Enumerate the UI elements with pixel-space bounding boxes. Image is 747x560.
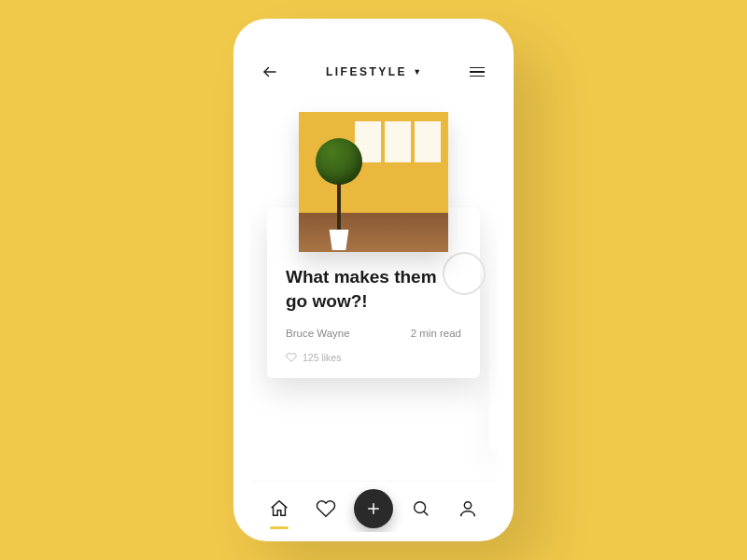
- nav-search[interactable]: [402, 490, 440, 527]
- header: LIFESTYLE ▼: [250, 56, 497, 95]
- back-button[interactable]: [260, 62, 280, 82]
- nav-add-button[interactable]: [354, 489, 393, 528]
- bottom-nav: [250, 481, 497, 532]
- likes-count: 125 likes: [303, 352, 341, 363]
- touch-indicator: [443, 252, 486, 295]
- nav-favorites[interactable]: [307, 490, 345, 527]
- search-icon: [411, 498, 431, 519]
- likes-row[interactable]: 125 likes: [286, 352, 461, 363]
- plus-icon: [365, 500, 382, 517]
- heart-icon: [286, 352, 297, 363]
- profile-icon: [458, 498, 478, 519]
- svg-point-5: [464, 502, 471, 509]
- nav-profile[interactable]: [449, 490, 486, 527]
- article-title: What makes them go wow?!: [286, 265, 461, 313]
- menu-icon: [470, 67, 485, 69]
- svg-line-4: [424, 511, 428, 515]
- svg-point-3: [415, 502, 426, 513]
- tree-illustration: [316, 138, 362, 250]
- category-title: LIFESTYLE: [326, 65, 407, 78]
- home-icon: [269, 498, 289, 519]
- phone-frame: LIFESTYLE ▼ What makes them go wow?!: [233, 19, 514, 541]
- nav-home[interactable]: [261, 490, 298, 527]
- caret-down-icon: ▼: [413, 67, 421, 77]
- article-read-time: 2 min read: [411, 328, 461, 339]
- article-image[interactable]: [299, 112, 448, 252]
- menu-button[interactable]: [467, 62, 487, 82]
- category-dropdown[interactable]: LIFESTYLE ▼: [326, 65, 421, 78]
- screen: LIFESTYLE ▼ What makes them go wow?!: [250, 56, 497, 532]
- heart-outline-icon: [316, 498, 336, 519]
- content-area: What makes them go wow?! Bruce Wayne 2 m…: [250, 95, 497, 481]
- next-card-peek[interactable]: [489, 273, 497, 450]
- article-author: Bruce Wayne: [286, 328, 350, 339]
- back-arrow-icon: [261, 63, 278, 80]
- article-meta: Bruce Wayne 2 min read: [286, 328, 461, 339]
